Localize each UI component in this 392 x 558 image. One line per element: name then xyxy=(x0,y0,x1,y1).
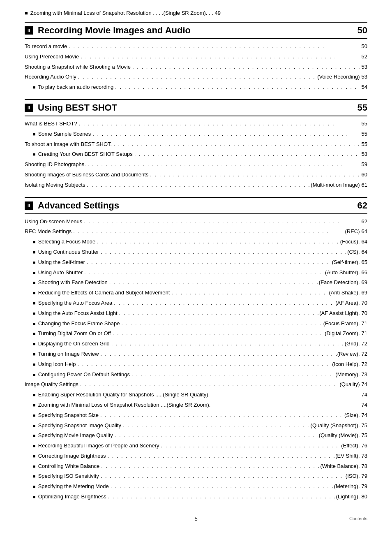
entry-label-2-7: Reducing the Effects of Camera and Subje… xyxy=(38,289,170,297)
page-num-2-3: 64 xyxy=(362,248,367,257)
entry-label-2-10: Changing the Focus Frame Shape xyxy=(38,320,120,328)
dot-fill-2-23: . . . . . . . . . . . . . . . . . . . . … xyxy=(107,452,360,461)
suffix-2-26: (Metering). xyxy=(334,482,360,491)
dot-fill-2-19: . . . . . . . . . . . . . . . . . . . . … xyxy=(100,411,360,420)
entry-0-0: To record a movie . . . . . . . . . . . … xyxy=(25,42,367,52)
dots-2-6: . . . . . . . . . . . . . . . . . . . . … xyxy=(109,278,318,287)
entry-2-26: ■Specifying the Metering Mode . . . . . … xyxy=(25,482,367,492)
dot-fill-2-13: . . . . . . . . . . . . . . . . . . . . … xyxy=(100,350,360,359)
entry-label-2-12: Displaying the On-screen Grid xyxy=(38,340,110,348)
content-block-1: What is BEST SHOT? . . . . . . . . . . .… xyxy=(25,116,367,193)
suffix-0-3: (Voice Recording) xyxy=(317,73,360,81)
entry-2-17: ■Enabling Super Resolution Quality for S… xyxy=(25,390,367,400)
dots-2-27: . . . . . . . . . . . . . . . . . . . . … xyxy=(108,493,335,501)
bullet-icon-2-14: ■ xyxy=(33,361,36,368)
section-header-2: IIAdvanced Settings62 xyxy=(25,197,367,214)
suffix-2-22: (Effect). xyxy=(341,442,360,450)
section-page-1: 55 xyxy=(357,102,367,113)
dot-fill-2-16: . . . . . . . . . . . . . . . . . . . . … xyxy=(80,380,360,389)
dots-2-15: . . . . . . . . . . . . . . . . . . . . … xyxy=(131,370,334,379)
dots-1-5: . . . . . . . . . . . . . . . . . . . . … xyxy=(150,171,360,179)
entry-label-2-1: REC Mode Settings xyxy=(25,227,71,236)
dot-fill-2-14: . . . . . . . . . . . . . . . . . . . . … xyxy=(77,360,360,369)
content-block-0: To record a movie . . . . . . . . . . . … xyxy=(25,39,367,95)
dot-fill-2-27: . . . . . . . . . . . . . . . . . . . . … xyxy=(108,493,360,501)
entry-label-2-14: Using Icon Help xyxy=(38,360,76,369)
bullet-icon-2-10: ■ xyxy=(33,320,36,328)
entry-label-2-24: Controlling White Balance xyxy=(38,462,100,471)
page-num-2-27: 80 xyxy=(362,493,367,501)
entry-1-0: What is BEST SHOT? . . . . . . . . . . .… xyxy=(25,119,367,129)
page-num-2-11: 71 xyxy=(362,329,367,338)
entry-1-1: ■Some Sample Scenes . . . . . . . . . . … xyxy=(25,129,367,139)
suffix-2-2: (Focus). xyxy=(340,238,360,246)
dots-2-1: . . . . . . . . . . . . . . . . . . . . … xyxy=(73,227,344,236)
sections-container: IIRecording Movie Images and Audio50To r… xyxy=(25,22,367,505)
dot-fill-2-26: . . . . . . . . . . . . . . . . . . . . … xyxy=(111,482,360,491)
suffix-2-24: (White Balance). xyxy=(320,462,360,471)
dots-2-4: . . . . . . . . . . . . . . . . . . . . … xyxy=(87,258,331,267)
page-num-0-3: 53 xyxy=(362,73,367,81)
entry-label-2-6: Shooting with Face Detection xyxy=(38,278,108,287)
page-num-2-0: 62 xyxy=(362,218,367,226)
bullet-icon-2-8: ■ xyxy=(33,300,36,307)
dot-fill-1-4: . . . . . . . . . . . . . . . . . . . . … xyxy=(88,160,360,169)
dot-fill-2-22: . . . . . . . . . . . . . . . . . . . . … xyxy=(161,442,360,450)
bullet-icon-1-3: ■ xyxy=(33,151,36,158)
entry-label-1-4: Shooting ID Photographs. xyxy=(25,160,86,169)
entry-2-14: ■Using Icon Help . . . . . . . . . . . .… xyxy=(25,359,367,370)
entry-0-2: Shooting a Snapshot while Shooting a Mov… xyxy=(25,62,367,72)
bullet-icon-2-25: ■ xyxy=(33,473,36,480)
dot-fill-2-7: . . . . . . . . . . . . . . . . . . . . … xyxy=(171,289,360,297)
suffix-2-10: (Focus Frame). xyxy=(323,320,360,328)
bullet-icon-2-11: ■ xyxy=(33,330,36,338)
entry-label-2-18: Zooming with Minimal Loss of Snapshot Re… xyxy=(38,401,360,410)
page-num-2-4: 65 xyxy=(362,258,367,267)
entry-label-2-16: Image Quality Settings xyxy=(25,380,78,389)
section-icon-2: II xyxy=(25,201,33,210)
bullet-icon-2-24: ■ xyxy=(33,463,36,470)
entry-2-23: ■Correcting Image Brightness . . . . . .… xyxy=(25,451,367,461)
dots-2-23: . . . . . . . . . . . . . . . . . . . . … xyxy=(107,452,334,461)
dot-fill-1-0: . . . . . . . . . . . . . . . . . . . . … xyxy=(79,120,360,128)
entry-label-1-5: Shooting Images of Business Cards and Do… xyxy=(25,171,148,179)
bullet-icon-2-22: ■ xyxy=(33,442,36,450)
dots-2-8: . . . . . . . . . . . . . . . . . . . . … xyxy=(114,299,334,308)
dot-fill-2-8: . . . . . . . . . . . . . . . . . . . . … xyxy=(114,299,360,308)
dot-fill-2-12: . . . . . . . . . . . . . . . . . . . . … xyxy=(111,340,360,348)
suffix-2-11: (Digital Zoom). xyxy=(325,329,360,338)
page-num-2-21: 75 xyxy=(362,431,367,440)
page-num-0-2: 53 xyxy=(362,63,367,72)
entry-label-0-1: Using Prerecord Movie xyxy=(25,53,79,61)
entry-label-2-4: Using the Self-timer xyxy=(38,258,85,267)
entry-2-15: ■Configuring Power On Default Settings .… xyxy=(25,370,367,380)
page-num-2-7: 69 xyxy=(362,289,367,297)
entry-label-2-20: Specifying Snapshot Image Quality xyxy=(38,421,121,430)
dots-2-19: . . . . . . . . . . . . . . . . . . . . … xyxy=(100,411,344,420)
dot-fill-1-1: . . . . . . . . . . . . . . . . . . . . … xyxy=(92,130,360,139)
entry-label-1-2: To shoot an image with BEST SHOT. xyxy=(25,140,112,149)
entry-label-1-1: Some Sample Scenes xyxy=(38,130,91,139)
dot-fill-1-2: . . . . . . . . . . . . . . . . . . . . … xyxy=(113,140,360,149)
bullet-icon-2-5: ■ xyxy=(33,269,36,277)
page-num-2-9: 70 xyxy=(362,309,367,318)
entry-2-3: ■Using Continuous Shutter . . . . . . . … xyxy=(25,247,367,257)
entry-1-5: Shooting Images of Business Cards and Do… xyxy=(25,170,367,180)
bullet-icon-2-18: ■ xyxy=(33,402,36,409)
page-num-0-1: 52 xyxy=(362,53,367,61)
bullet-icon-2-6: ■ xyxy=(33,279,36,287)
dot-fill-0-3: . . . . . . . . . . . . . . . . . . . . … xyxy=(78,73,360,81)
top-entry: ■ Zooming with Minimal Loss of Snapshot … xyxy=(25,8,367,18)
suffix-2-8: (AF Area). xyxy=(335,299,360,308)
page-num-2-12: 72 xyxy=(362,340,367,348)
bullet-icon-2-2: ■ xyxy=(33,238,36,246)
dots-2-2: . . . . . . . . . . . . . . . . . . . . … xyxy=(97,238,339,246)
entry-label-2-11: Turning Digital Zoom On or Off xyxy=(38,329,111,338)
entry-label-1-6: Isolating Moving Subjects xyxy=(25,181,85,190)
entry-label-2-27: Optimizing Image Brightness xyxy=(38,493,106,501)
suffix-2-21: (Quality (Movie)). xyxy=(319,431,360,440)
page-num-0-4: 54 xyxy=(362,83,367,92)
dot-fill-2-11: . . . . . . . . . . . . . . . . . . . . … xyxy=(113,329,360,338)
entry-2-9: ■Using the Auto Focus Assist Light . . .… xyxy=(25,308,367,319)
page-num-2-10: 71 xyxy=(362,320,367,328)
